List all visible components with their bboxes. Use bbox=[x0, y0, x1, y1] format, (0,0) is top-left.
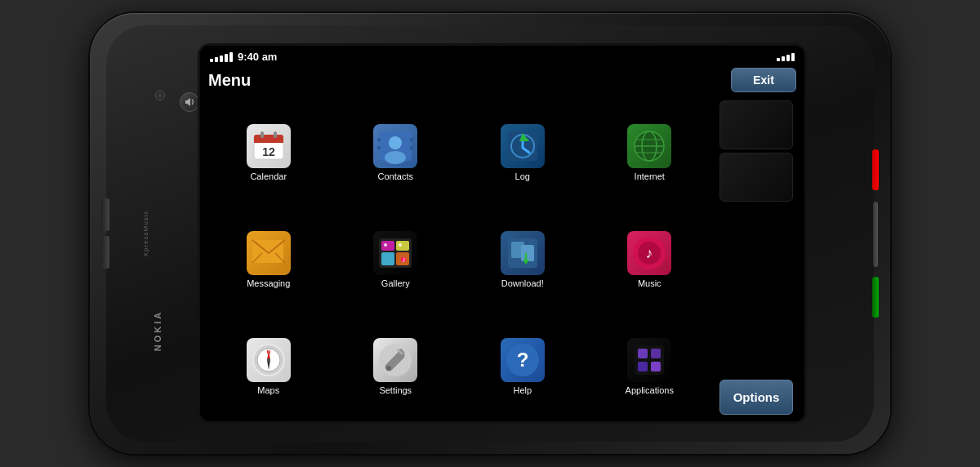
svg-rect-12 bbox=[410, 146, 413, 149]
menu-header: Menu Exit bbox=[200, 66, 804, 97]
svg-rect-11 bbox=[410, 138, 413, 141]
status-left: 9:40 am bbox=[210, 51, 277, 63]
svg-text:N: N bbox=[267, 349, 270, 354]
svg-text:12: 12 bbox=[262, 145, 275, 158]
internet-label: Internet bbox=[635, 171, 665, 181]
battery-bar-1 bbox=[777, 58, 780, 61]
svg-rect-9 bbox=[377, 138, 381, 141]
signal-bar-1 bbox=[210, 59, 213, 62]
svg-point-28 bbox=[384, 243, 387, 247]
app-grid: 12 Calendar bbox=[207, 100, 711, 418]
messaging-label: Messaging bbox=[247, 278, 290, 288]
grid-area: 12 Calendar bbox=[200, 97, 804, 421]
volume-down-button[interactable] bbox=[101, 236, 109, 269]
svg-rect-5 bbox=[274, 131, 277, 138]
app-item-applications[interactable]: Applications bbox=[588, 314, 712, 418]
right-dark-box-1 bbox=[719, 100, 793, 149]
gallery-icon: ♪ bbox=[373, 231, 417, 275]
svg-text:?: ? bbox=[516, 349, 528, 371]
volume-up-button[interactable] bbox=[101, 198, 109, 231]
screen-content: 9:40 am bbox=[200, 46, 804, 421]
signal-bars bbox=[210, 52, 233, 62]
app-item-settings[interactable]: Settings bbox=[334, 314, 458, 418]
applications-icon bbox=[627, 338, 671, 382]
svg-rect-24 bbox=[381, 241, 394, 251]
applications-label: Applications bbox=[626, 385, 674, 395]
svg-point-8 bbox=[385, 151, 406, 164]
app-item-maps[interactable]: N Maps bbox=[207, 314, 331, 418]
app-item-contacts[interactable]: Contacts bbox=[334, 100, 458, 204]
calendar-icon: 12 bbox=[247, 124, 291, 168]
app-item-calendar[interactable]: 12 Calendar bbox=[207, 100, 331, 204]
maps-label: Maps bbox=[257, 385, 279, 395]
svg-text:♪: ♪ bbox=[402, 255, 406, 264]
messaging-icon bbox=[247, 231, 291, 275]
svg-point-45 bbox=[267, 358, 270, 362]
help-label: Help bbox=[513, 385, 532, 395]
svg-rect-25 bbox=[396, 241, 409, 251]
volume-slider[interactable] bbox=[873, 202, 878, 267]
right-panel: Options bbox=[716, 100, 798, 418]
app-item-messaging[interactable]: Messaging bbox=[207, 207, 331, 311]
svg-rect-26 bbox=[381, 252, 394, 265]
right-dark-box-2 bbox=[719, 153, 793, 202]
status-right bbox=[777, 53, 795, 61]
svg-rect-54 bbox=[651, 362, 661, 371]
app-item-log[interactable]: Log bbox=[461, 100, 585, 204]
download-label: Download! bbox=[501, 278, 544, 288]
battery-bar-4 bbox=[791, 53, 795, 61]
right-side-buttons bbox=[872, 149, 879, 318]
phone-device: NOKIA XpressMusic bbox=[90, 13, 890, 454]
svg-text:♪: ♪ bbox=[646, 245, 653, 261]
end-call-button[interactable] bbox=[872, 149, 879, 190]
app-item-music[interactable]: ♪ Music bbox=[588, 207, 712, 311]
app-item-help[interactable]: ? Help bbox=[461, 314, 585, 418]
svg-rect-4 bbox=[261, 131, 264, 138]
left-side-buttons bbox=[101, 198, 109, 269]
app-item-internet[interactable]: Internet bbox=[588, 100, 712, 204]
svg-point-47 bbox=[386, 366, 391, 371]
download-icon bbox=[501, 231, 545, 275]
svg-rect-34 bbox=[521, 245, 534, 261]
phone-inner-body: NOKIA XpressMusic bbox=[106, 25, 874, 442]
battery-bar-2 bbox=[782, 56, 785, 61]
calendar-label: Calendar bbox=[250, 171, 287, 181]
contacts-icon bbox=[373, 124, 417, 168]
settings-icon bbox=[373, 338, 417, 382]
svg-rect-10 bbox=[377, 146, 381, 149]
signal-bar-4 bbox=[225, 54, 228, 62]
svg-point-7 bbox=[389, 136, 402, 149]
options-button[interactable]: Options bbox=[719, 380, 793, 415]
app-item-gallery[interactable]: ♪ Gallery bbox=[334, 207, 458, 311]
signal-bar-2 bbox=[215, 57, 218, 62]
status-bar: 9:40 am bbox=[200, 46, 804, 66]
xpress-music-label: XpressMusic bbox=[142, 211, 149, 257]
svg-point-29 bbox=[399, 243, 402, 247]
contacts-label: Contacts bbox=[378, 171, 413, 181]
maps-icon: N bbox=[247, 338, 291, 382]
gallery-label: Gallery bbox=[381, 278, 410, 288]
nokia-brand-label: NOKIA bbox=[153, 310, 163, 351]
status-time: 9:40 am bbox=[238, 51, 277, 63]
internet-icon bbox=[627, 124, 671, 168]
svg-rect-52 bbox=[651, 349, 661, 358]
log-icon bbox=[501, 124, 545, 168]
signal-bar-3 bbox=[220, 56, 223, 62]
speaker-icon bbox=[180, 92, 199, 112]
svg-rect-2 bbox=[254, 140, 283, 143]
signal-bar-5 bbox=[229, 52, 233, 62]
log-label: Log bbox=[515, 171, 530, 181]
settings-label: Settings bbox=[379, 385, 412, 395]
battery-bar-3 bbox=[786, 55, 790, 61]
music-label: Music bbox=[638, 278, 662, 288]
camera-lens bbox=[155, 91, 165, 100]
exit-button[interactable]: Exit bbox=[731, 68, 796, 92]
call-button[interactable] bbox=[872, 277, 879, 318]
menu-title: Menu bbox=[208, 71, 251, 90]
music-icon: ♪ bbox=[627, 231, 671, 275]
app-item-download[interactable]: Download! bbox=[461, 207, 585, 311]
phone-screen: 9:40 am bbox=[200, 46, 804, 421]
svg-rect-53 bbox=[638, 362, 648, 371]
right-panel-top bbox=[719, 100, 795, 202]
battery-icon bbox=[777, 53, 795, 61]
